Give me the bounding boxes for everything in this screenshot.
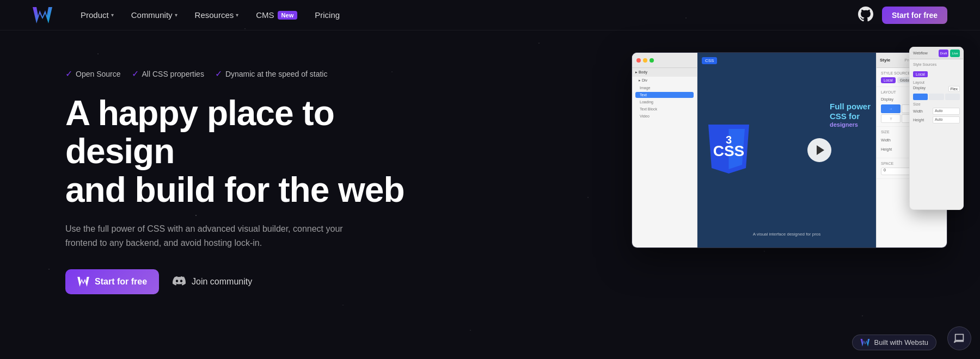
built-with-label: Built with Webstu [874,338,928,346]
corner-layout-row: Display Flex [913,86,960,92]
main-content: ✓ Open Source ✓ All CSS properties ✓ Dyn… [0,30,980,294]
join-community-button[interactable]: Join community [172,276,252,287]
join-community-label: Join community [192,277,252,287]
corner-flex-btn[interactable] [945,94,960,100]
chevron-down-icon: ▾ [111,12,114,18]
layout-btn-start[interactable]: ⊤ [881,114,901,123]
feature-all-css-label: All CSS properties [142,70,204,78]
nav-item-pricing[interactable]: Pricing [308,7,346,23]
nav-item-cms[interactable]: CMS New [249,7,304,23]
panel-tab-style[interactable]: Style [880,58,890,63]
css-shield-icon: CSS 3 [708,125,749,174]
sidebar-image-item[interactable]: Image [632,84,697,91]
nav-item-community[interactable]: Community ▾ [125,7,184,23]
corner-flex-btn[interactable] [929,94,944,100]
mockup-sidebar-header [632,53,697,68]
width-label: Width [881,138,891,142]
window-maximize-dot [650,58,654,63]
nav-cms-label: CMS [256,10,274,20]
sidebar-body-item[interactable]: ▸ Body [632,68,697,77]
nav-resources-label: Resources [195,10,234,20]
hero-actions: Start for free Join community [65,269,436,294]
mockup-sidebar: ▸ Body ▸ Div Image Text Loading Text Blo… [632,53,697,247]
sidebar-text-item[interactable]: Text [635,92,694,98]
corner-size-row2: Height Auto [913,116,960,123]
sidebar-textblock-item[interactable]: Text Block [632,106,697,113]
hero-title-line1: A happy place to design [65,94,334,171]
sidebar-video-item[interactable]: Video [632,113,697,120]
nav-item-resources[interactable]: Resources ▾ [188,7,246,23]
mockup-center: CSS CSS 3 [697,53,876,247]
github-icon[interactable] [858,7,873,24]
corner-display-label: Display [913,86,926,92]
feature-dynamic: ✓ Dynamic at the speed of static [215,69,328,79]
video-title-line2: CSS for [830,112,871,121]
corner-size: Size [913,102,960,106]
corner-height-input[interactable]: Auto [933,116,960,123]
sidebar-div-item[interactable]: ▸ Div [632,77,697,84]
corner-publish-button[interactable]: Draft [939,49,948,57]
corner-size-row1: Width Auto [913,108,960,115]
hero-description: Use the full power of CSS with an advanc… [65,222,370,250]
mockup-frame: ▸ Body ▸ Div Image Text Loading Text Blo… [632,52,947,248]
height-label: Height [881,147,892,151]
nav-left: Product ▾ Community ▾ Resources ▾ CMS Ne… [33,7,346,23]
sidebar-loading-item[interactable]: Loading [632,98,697,106]
chat-icon [953,332,965,344]
nav-community-label: Community [131,10,173,20]
corner-live-button[interactable]: Live [950,49,960,57]
display-label: Display [881,97,893,101]
chevron-down-icon: ▾ [175,12,177,18]
window-close-dot [636,58,641,63]
nav-pricing-label: Pricing [315,10,340,20]
feature-open-source-label: Open Source [76,70,121,78]
corner-width-label: Width [913,109,923,113]
built-with-bar[interactable]: Built with Webstu [852,335,936,350]
video-play-button[interactable] [807,138,831,162]
start-for-free-hero-button[interactable]: Start for free [65,269,159,294]
css-label-tag: CSS [702,57,717,64]
hero-right: ▸ Body ▸ Div Image Text Loading Text Blo… [436,52,947,248]
navbar: Product ▾ Community ▾ Resources ▾ CMS Ne… [0,0,980,30]
play-triangle-icon [817,145,824,155]
corner-display-value[interactable]: Flex [948,86,960,92]
corner-content: Style Sources Local Layout Display Flex … [910,59,963,127]
corner-title: Webflow [913,51,928,55]
video-title-line1: Full power [830,102,871,112]
hero-title-line2: and build for the web [65,170,405,209]
feature-all-css: ✓ All CSS properties [132,69,204,79]
hero-title: A happy place to design and build for th… [65,94,436,209]
check-icon: ✓ [132,69,139,79]
layout-btn-row[interactable]: → [881,104,901,113]
app-mockup: ▸ Body ▸ Div Image Text Loading Text Blo… [632,52,947,248]
corner-width-input[interactable]: Auto [933,108,960,115]
margin-input[interactable]: 0 [881,168,911,175]
feature-dynamic-label: Dynamic at the speed of static [225,70,328,78]
start-for-free-hero-label: Start for free [95,277,147,287]
corner-height-label: Height [913,118,924,122]
feature-badges: ✓ Open Source ✓ All CSS properties ✓ Dyn… [65,69,436,79]
nav-links: Product ▾ Community ▾ Resources ▾ CMS Ne… [74,7,346,23]
corner-header-buttons: Draft Live [939,49,960,57]
video-subtitle: A visual interface designed for pros [753,232,821,237]
chat-widget[interactable] [947,326,971,350]
window-minimize-dot [643,58,647,63]
style-tag-local[interactable]: Local [881,77,896,83]
svg-text:3: 3 [726,134,732,146]
logo[interactable] [33,7,52,23]
corner-header: Webflow Draft Live [910,47,963,59]
cms-new-badge: New [278,11,298,20]
feature-open-source: ✓ Open Source [65,69,121,79]
nav-right: Start for free [858,7,947,24]
css-video-title: Full power CSS for designers [830,102,871,128]
corner-flex-btn-active[interactable] [913,94,928,100]
corner-flex-grid [913,94,960,100]
corner-tag[interactable]: Local [913,71,928,77]
video-title-line3: designers [830,121,871,128]
start-for-free-button[interactable]: Start for free [882,7,947,24]
bottom-bar-logo-icon [860,339,870,346]
nav-item-product[interactable]: Product ▾ [74,7,120,23]
chevron-down-icon: ▾ [236,12,238,18]
hero-left: ✓ Open Source ✓ All CSS properties ✓ Dyn… [65,63,436,294]
check-icon: ✓ [65,69,72,79]
